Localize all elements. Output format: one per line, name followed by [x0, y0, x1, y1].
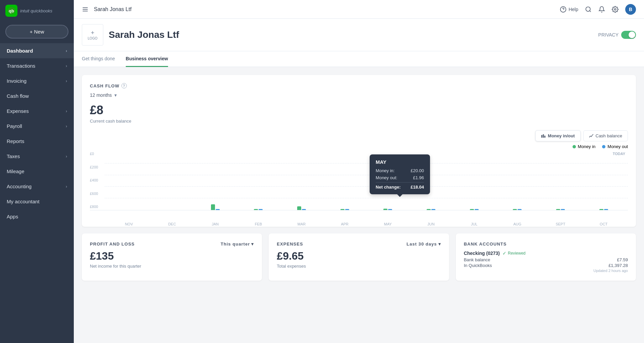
- bar-group-oct[interactable]: [582, 209, 625, 210]
- expenses-amount: £9.65: [277, 250, 441, 262]
- bar-group-jul[interactable]: [452, 209, 496, 210]
- bar-money-out-feb: [259, 209, 263, 210]
- privacy-toggle-switch[interactable]: [621, 31, 636, 39]
- cashflow-period-selector[interactable]: 12 months ▾: [90, 92, 628, 98]
- bar-money-in-jun: [427, 209, 431, 210]
- sidebar-item-apps[interactable]: Apps: [0, 209, 74, 224]
- bar-group-may[interactable]: [366, 209, 410, 210]
- bar-group-sept[interactable]: [539, 209, 582, 210]
- toggle-knob: [629, 31, 635, 38]
- cash-balance-label: Cash balance: [596, 133, 623, 138]
- sidebar-item-dashboard-label: Dashboard: [7, 48, 33, 54]
- tab-business-overview[interactable]: Business overview: [126, 51, 168, 67]
- legend-money-out-dot: [602, 145, 605, 148]
- cashflow-balance-label: Current cash balance: [90, 119, 628, 124]
- cashflow-card: CASH FLOW ? 12 months ▾ £8 Current cash …: [82, 75, 636, 227]
- bar-money-in-jul: [470, 209, 474, 210]
- svg-rect-12: [544, 136, 545, 138]
- sidebar-item-expenses[interactable]: Expenses›: [0, 104, 74, 119]
- money-in-out-button[interactable]: Money in/out: [535, 130, 580, 141]
- logo-plus-icon: +: [91, 29, 95, 37]
- cashflow-period-label: 12 months: [90, 92, 112, 98]
- help-button[interactable]: Help: [560, 6, 578, 13]
- main-content: Sarah Jonas Ltf Help B + LOGO: [74, 0, 644, 343]
- bar-group-apr[interactable]: [323, 209, 366, 210]
- cashflow-help-icon[interactable]: ?: [121, 83, 127, 88]
- tab-get-things-done[interactable]: Get things done: [82, 51, 115, 67]
- bar-chart-container: £800 £600 £400 £200 £0 TODAY: [90, 152, 628, 219]
- new-button[interactable]: + New: [5, 25, 68, 39]
- sidebar-item-reports[interactable]: Reports: [0, 134, 74, 149]
- bar-money-out-jun: [431, 209, 435, 210]
- settings-button[interactable]: [612, 6, 619, 13]
- hamburger-menu[interactable]: [82, 6, 89, 13]
- bank-balance-label: Bank balance: [464, 257, 490, 262]
- sidebar-item-expenses-chevron: ›: [66, 109, 67, 114]
- sidebar-item-mileage-label: Mileage: [7, 168, 24, 174]
- profit-loss-period[interactable]: This quarter ▾: [221, 242, 254, 247]
- checking-account-name: Checking (0273): [464, 251, 500, 256]
- bar-group-aug[interactable]: [496, 209, 539, 210]
- company-title: Sarah Jonas Ltf: [109, 29, 179, 40]
- bar-group-mar[interactable]: [280, 206, 323, 210]
- bank-accounts-title-text: BANK ACCOUNTS: [464, 242, 507, 247]
- bar-money-in-apr: [340, 209, 344, 210]
- company-logo-box[interactable]: + LOGO: [82, 24, 103, 46]
- tooltip-net-label: Net change:: [376, 185, 400, 190]
- updated-text: Updated 2 hours ago: [464, 269, 628, 273]
- y-label: £0: [90, 152, 103, 156]
- svg-rect-10: [541, 135, 542, 138]
- sidebar-item-accounting[interactable]: Accounting›: [0, 179, 74, 194]
- x-label-aug: AUG: [496, 222, 539, 226]
- search-button[interactable]: [585, 6, 592, 13]
- tooltip-net-row: Net change: £18.04: [376, 182, 424, 190]
- logo-box-label: LOGO: [88, 37, 98, 40]
- page-content: CASH FLOW ? 12 months ▾ £8 Current cash …: [74, 67, 644, 343]
- profit-loss-amount: £135: [90, 250, 254, 262]
- tooltip-money-out-value: £1.96: [413, 175, 424, 180]
- expenses-period[interactable]: Last 30 days ▾: [407, 242, 441, 247]
- sidebar-item-transactions-label: Transactions: [7, 63, 35, 69]
- bar-group-jun[interactable]: [410, 209, 453, 210]
- sidebar-item-apps-label: Apps: [7, 214, 18, 219]
- bar-group-jan[interactable]: [194, 204, 237, 210]
- bar-group-feb[interactable]: [237, 209, 280, 210]
- sidebar-item-payroll[interactable]: Payroll›: [0, 119, 74, 134]
- sidebar-item-invoicing[interactable]: Invoicing›: [0, 73, 74, 88]
- sidebar-item-dashboard[interactable]: Dashboard›: [0, 43, 74, 58]
- legend-money-out-label: Money out: [607, 144, 628, 149]
- sidebar-item-accounting-label: Accounting: [7, 184, 32, 189]
- sidebar-item-my-accountant[interactable]: My accountant: [0, 194, 74, 209]
- sidebar-item-taxes[interactable]: Taxes›: [0, 149, 74, 164]
- sidebar-item-mileage[interactable]: Mileage: [0, 164, 74, 179]
- sidebar-item-invoicing-label: Invoicing: [7, 78, 26, 84]
- notifications-button[interactable]: [598, 6, 605, 13]
- bar-group-dec[interactable]: [151, 210, 194, 210]
- sidebar: qb intuit quickbooks + New Dashboard›Tra…: [0, 0, 74, 343]
- sidebar-item-cash-flow[interactable]: Cash flow: [0, 88, 74, 104]
- header-left: Sarah Jonas Ltf: [82, 6, 131, 13]
- cash-balance-button[interactable]: Cash balance: [583, 130, 628, 141]
- expenses-title: EXPENSES Last 30 days ▾: [277, 242, 441, 247]
- sidebar-item-transactions[interactable]: Transactions›: [0, 58, 74, 73]
- tooltip-net-value: £18.04: [411, 185, 424, 190]
- tooltip-money-out-label: Money out:: [376, 175, 397, 180]
- reviewed-check-icon: ✓: [502, 251, 506, 256]
- in-quickbooks-row: In QuickBooks £1,397.28: [464, 263, 628, 268]
- svg-text:qb: qb: [9, 8, 14, 13]
- y-label: £600: [90, 192, 103, 196]
- company-header-left: + LOGO Sarah Jonas Ltf: [82, 24, 179, 46]
- profit-loss-title-text: PROFIT AND LOSS: [90, 242, 135, 247]
- bar-empty-dec: [170, 210, 174, 210]
- cashflow-card-title: CASH FLOW ?: [90, 83, 628, 88]
- profit-loss-title: PROFIT AND LOSS This quarter ▾: [90, 242, 254, 247]
- nav-section: Dashboard›Transactions›Invoicing›Cash fl…: [0, 43, 74, 224]
- x-label-sept: SEPT: [539, 222, 582, 226]
- sidebar-item-payroll-chevron: ›: [66, 124, 67, 129]
- tooltip-money-out-row: Money out: £1.96: [376, 175, 424, 180]
- x-label-dec: DEC: [151, 222, 194, 226]
- bar-group-nov[interactable]: [107, 210, 151, 210]
- profit-loss-chevron: ▾: [251, 242, 254, 247]
- user-avatar[interactable]: B: [625, 4, 636, 15]
- sidebar-item-expenses-label: Expenses: [7, 108, 29, 114]
